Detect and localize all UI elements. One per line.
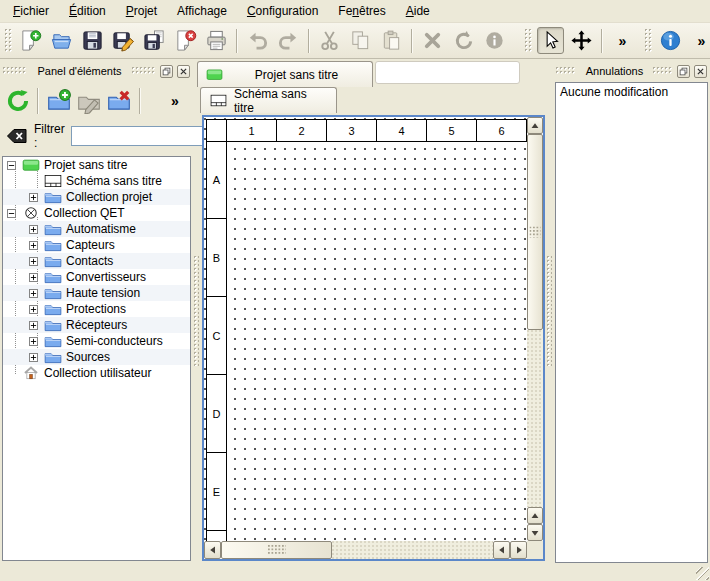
- undo-list-item[interactable]: Aucune modification: [556, 83, 707, 101]
- undo-dock-titlebar[interactable]: Annulations: [553, 62, 710, 80]
- undo-button[interactable]: [244, 27, 271, 54]
- toolbar-drag-handle[interactable]: [645, 29, 652, 53]
- save-all-button[interactable]: [141, 27, 168, 54]
- menu-item-aide[interactable]: Aide: [396, 0, 440, 22]
- menu-item-edition[interactable]: Édition: [59, 0, 116, 22]
- tree-item-label: Récepteurs: [66, 318, 127, 332]
- resize-grip[interactable]: [696, 567, 709, 580]
- menu-item-fichier[interactable]: Fichier: [3, 0, 59, 22]
- expand-icon[interactable]: [29, 241, 38, 250]
- scroll-up-button-2[interactable]: [527, 507, 543, 524]
- right-splitter[interactable]: [546, 60, 553, 561]
- vertical-scrollbar[interactable]: [527, 117, 543, 541]
- row-label-D: D: [206, 374, 227, 453]
- expand-icon[interactable]: [29, 289, 38, 298]
- expand-icon[interactable]: [29, 305, 38, 314]
- scroll-up-button[interactable]: [527, 117, 543, 134]
- toolbar-overflow-1-button[interactable]: »: [609, 27, 636, 54]
- tree-item-collection-projet[interactable]: Collection projet: [3, 189, 190, 205]
- tree-item-sources[interactable]: Sources: [3, 349, 190, 365]
- menu-item-configuration[interactable]: Configuration: [237, 0, 328, 22]
- collapse-icon[interactable]: [7, 209, 16, 218]
- tree-item-collection-qet[interactable]: Collection QET: [3, 205, 190, 221]
- tree-item-label: Schéma sans titre: [66, 174, 162, 188]
- scroll-left-button-2[interactable]: [493, 541, 510, 559]
- tab-project[interactable]: Projet sans titre: [197, 61, 373, 87]
- tab-schema[interactable]: Schéma sans titre: [200, 87, 337, 113]
- scroll-left-button[interactable]: [204, 541, 221, 559]
- save-button[interactable]: [79, 27, 106, 54]
- panel-overflow-button[interactable]: »: [161, 86, 189, 116]
- horizontal-scrollbar[interactable]: [204, 541, 527, 559]
- menu-item-affichage[interactable]: Affichage: [167, 0, 237, 22]
- redo-button[interactable]: [275, 27, 302, 54]
- scroll-down-button[interactable]: [527, 524, 543, 541]
- tree-item-label: Capteurs: [66, 238, 115, 252]
- collapse-icon[interactable]: [7, 161, 16, 170]
- scroll-mode-button[interactable]: [568, 27, 595, 54]
- edit-info-button[interactable]: [481, 27, 508, 54]
- project-tab-label: Projet sans titre: [229, 68, 364, 82]
- paste-button[interactable]: [378, 27, 405, 54]
- expand-icon[interactable]: [29, 337, 38, 346]
- row-label-E: E: [206, 452, 227, 531]
- expand-icon[interactable]: [29, 273, 38, 282]
- tree-item-collection-utilisateur[interactable]: Collection utilisateur: [3, 365, 190, 381]
- expand-icon[interactable]: [29, 225, 38, 234]
- tree-item-projet-sans-titre[interactable]: Projet sans titre: [3, 157, 190, 173]
- save-as-button[interactable]: [110, 27, 137, 54]
- vertical-scroll-track[interactable]: [527, 330, 543, 507]
- menu-item-projet[interactable]: Projet: [116, 0, 167, 22]
- float-undo-button[interactable]: [677, 65, 690, 78]
- horizontal-scroll-track[interactable]: [332, 541, 493, 559]
- column-header-6: 6: [476, 119, 527, 142]
- tree-item-semi-conducteurs[interactable]: Semi-conducteurs: [3, 333, 190, 349]
- expand-icon[interactable]: [29, 257, 38, 266]
- tree-item-label: Collection utilisateur: [44, 366, 151, 380]
- tree-item-protections[interactable]: Protections: [3, 301, 190, 317]
- column-header-5: 5: [426, 119, 477, 142]
- tree-item-recepteurs[interactable]: Récepteurs: [3, 317, 190, 333]
- tree-item-convertisseurs[interactable]: Convertisseurs: [3, 269, 190, 285]
- menu-item-fenetres[interactable]: Fenêtres: [328, 0, 395, 22]
- close-panel-button[interactable]: [177, 65, 190, 78]
- expand-icon[interactable]: [29, 321, 38, 330]
- horizontal-scroll-thumb[interactable]: [221, 541, 332, 559]
- cut-button[interactable]: [316, 27, 343, 54]
- rotate-button[interactable]: [450, 27, 477, 54]
- toolbar-overflow-2-button[interactable]: »: [688, 27, 710, 54]
- about-qet-button[interactable]: [657, 27, 684, 54]
- tree-item-haute-tension[interactable]: Haute tension: [3, 285, 190, 301]
- schema-view[interactable]: 123456 ABCDE: [202, 115, 545, 561]
- toolbar-drag-handle[interactable]: [525, 29, 532, 53]
- close-undo-button[interactable]: [694, 65, 707, 78]
- scroll-right-button[interactable]: [510, 541, 527, 559]
- float-panel-button[interactable]: [160, 65, 173, 78]
- left-splitter[interactable]: [193, 60, 200, 561]
- schema-icon: [43, 174, 63, 189]
- reload-collections-button[interactable]: [4, 86, 32, 116]
- elements-panel-titlebar[interactable]: Panel d'éléments: [0, 62, 193, 80]
- print-button[interactable]: [203, 27, 230, 54]
- new-document-button[interactable]: [17, 27, 44, 54]
- schema-canvas[interactable]: 123456 ABCDE: [204, 117, 527, 541]
- tree-item-schema-sans-titre[interactable]: Schéma sans titre: [3, 173, 190, 189]
- delete-category-button[interactable]: [105, 86, 133, 116]
- copy-button[interactable]: [347, 27, 374, 54]
- expand-icon[interactable]: [29, 353, 38, 362]
- edit-category-button[interactable]: [75, 86, 103, 116]
- clear-filter-button[interactable]: [6, 128, 28, 144]
- undo-list[interactable]: Aucune modification: [555, 82, 708, 563]
- close-document-button[interactable]: [172, 27, 199, 54]
- open-document-button[interactable]: [48, 27, 75, 54]
- toolbar-drag-handle[interactable]: [5, 29, 12, 53]
- expand-icon[interactable]: [29, 193, 38, 202]
- tree-item-automatisme[interactable]: Automatisme: [3, 221, 190, 237]
- tree-item-capteurs[interactable]: Capteurs: [3, 237, 190, 253]
- elements-panel-title: Panel d'éléments: [31, 65, 127, 77]
- tree-item-contacts[interactable]: Contacts: [3, 253, 190, 269]
- new-category-button[interactable]: [44, 86, 72, 116]
- delete-button[interactable]: [419, 27, 446, 54]
- select-mode-button[interactable]: [537, 27, 564, 54]
- vertical-scroll-thumb[interactable]: [527, 134, 543, 330]
